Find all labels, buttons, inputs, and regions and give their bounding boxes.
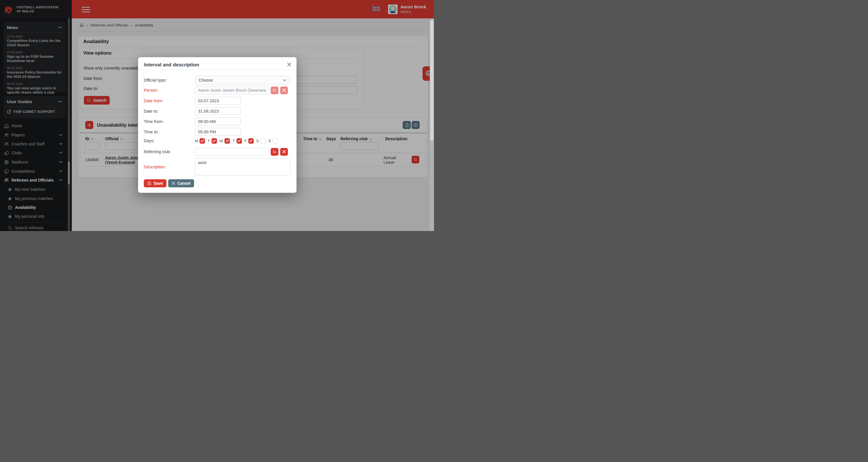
days-label: Days: [144,139,195,143]
date-to-label: Date to: [144,109,195,114]
person-label: Person: [144,88,195,92]
x-icon [282,150,286,153]
page-scrollbar-thumb[interactable] [430,20,433,141]
person-search-button[interactable] [271,86,278,94]
person-clear-button[interactable] [280,86,288,94]
day-friday-checkbox[interactable] [248,138,254,144]
referring-club-input[interactable] [195,148,269,156]
interval-description-modal: Interval and description Official type: … [138,57,297,193]
day-wednesday-checkbox[interactable] [224,138,230,144]
x-icon [282,88,286,92]
official-type-select[interactable]: Choose [195,76,290,84]
day-sunday-checkbox[interactable] [272,138,278,144]
referring-club-search-button[interactable] [271,148,278,156]
day-saturday-checkbox[interactable] [260,138,266,144]
official-type-label: Official type: [144,78,195,83]
time-to-input[interactable] [195,128,241,136]
referring-club-label: Referring club: [144,149,195,154]
x-icon [172,181,175,185]
description-textarea[interactable]: work [195,158,290,176]
modal-close-icon[interactable] [286,61,292,68]
date-to-input[interactable] [195,107,241,115]
date-from-label: Date from: [144,98,195,103]
description-label: Description: [144,165,195,169]
day-monday-checkbox[interactable] [199,138,205,144]
time-from-label: Time from: [144,119,195,124]
modal-title: Interval and description [144,62,199,68]
cancel-button[interactable]: Cancel [168,179,194,187]
app-window: FOOTBALL ASSOCIATION OF WALES Aaron Broc… [0,0,434,231]
time-to-label: Time to: [144,129,195,134]
save-button[interactable]: Save [144,179,166,187]
search-icon [273,150,276,154]
day-tuesday-checkbox[interactable] [212,138,217,144]
search-icon [273,88,276,92]
referring-club-clear-button[interactable] [280,148,288,156]
time-from-input[interactable] [195,117,241,125]
person-input[interactable] [195,86,269,94]
date-from-input[interactable] [195,97,241,105]
save-icon [147,181,151,185]
chevron-down-icon [283,79,286,82]
day-thursday-checkbox[interactable] [237,138,242,144]
